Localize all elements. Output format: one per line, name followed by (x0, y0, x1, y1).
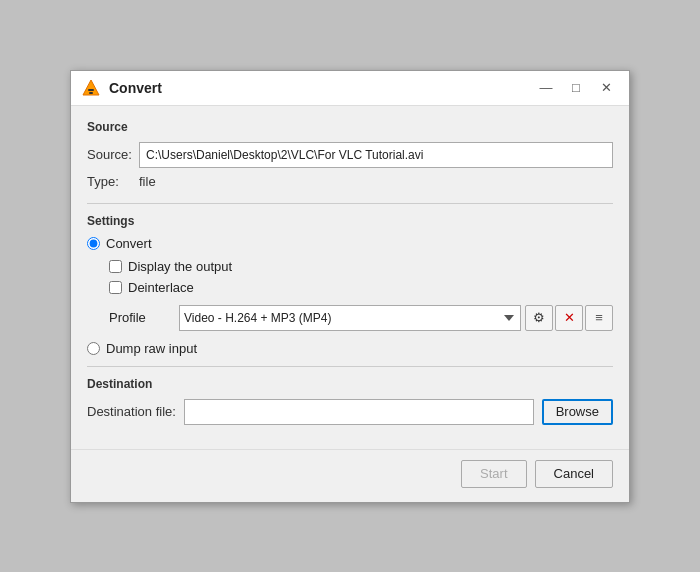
main-content: Source Source: Type: file Settings Conve… (71, 106, 629, 439)
convert-radio[interactable] (87, 237, 100, 250)
start-button[interactable]: Start (461, 460, 526, 488)
close-button[interactable]: ✕ (593, 77, 619, 99)
destination-row: Destination file: Browse (87, 399, 613, 425)
footer: Start Cancel (71, 449, 629, 502)
dump-radio-label[interactable]: Dump raw input (106, 341, 197, 356)
convert-window: Convert — □ ✕ Source Source: Type: file … (70, 70, 630, 503)
destination-input[interactable] (184, 399, 534, 425)
dump-radio[interactable] (87, 342, 100, 355)
svg-rect-1 (88, 89, 94, 91)
source-section-label: Source (87, 120, 613, 134)
deinterlace-row: Deinterlace (109, 280, 613, 295)
type-label: Type: (87, 174, 139, 189)
profile-delete-button[interactable]: ✕ (555, 305, 583, 331)
settings-divider (87, 366, 613, 367)
svg-rect-2 (89, 92, 93, 94)
convert-radio-row: Convert (87, 236, 613, 251)
destination-section: Destination Destination file: Browse (87, 377, 613, 425)
display-output-label[interactable]: Display the output (128, 259, 232, 274)
profile-label: Profile (109, 310, 179, 325)
display-output-checkbox[interactable] (109, 260, 122, 273)
convert-radio-label[interactable]: Convert (106, 236, 152, 251)
window-controls: — □ ✕ (533, 77, 619, 99)
display-output-row: Display the output (109, 259, 613, 274)
deinterlace-checkbox[interactable] (109, 281, 122, 294)
deinterlace-label[interactable]: Deinterlace (128, 280, 194, 295)
browse-button[interactable]: Browse (542, 399, 613, 425)
profile-select[interactable]: Video - H.264 + MP3 (MP4) Video - H.265 … (179, 305, 521, 331)
window-title: Convert (109, 80, 533, 96)
source-divider (87, 203, 613, 204)
type-row: Type: file (87, 174, 613, 189)
profile-buttons: ⚙ ✕ ≡ (525, 305, 613, 331)
dump-radio-row: Dump raw input (87, 341, 613, 356)
source-field-label: Source: (87, 147, 139, 162)
source-row: Source: (87, 142, 613, 168)
destination-section-label: Destination (87, 377, 613, 391)
profile-row: Profile Video - H.264 + MP3 (MP4) Video … (87, 305, 613, 331)
cancel-button[interactable]: Cancel (535, 460, 613, 488)
settings-label: Settings (87, 214, 613, 228)
profile-settings-button[interactable]: ⚙ (525, 305, 553, 331)
minimize-button[interactable]: — (533, 77, 559, 99)
delete-icon: ✕ (564, 310, 575, 325)
wrench-icon: ⚙ (533, 310, 545, 325)
settings-section: Settings Convert Display the output Dein… (87, 214, 613, 356)
type-value: file (139, 174, 156, 189)
dest-file-label: Destination file: (87, 404, 176, 419)
profile-edit-button[interactable]: ≡ (585, 305, 613, 331)
maximize-button[interactable]: □ (563, 77, 589, 99)
source-input[interactable] (139, 142, 613, 168)
edit-icon: ≡ (595, 310, 603, 325)
title-bar: Convert — □ ✕ (71, 71, 629, 106)
vlc-icon (81, 78, 101, 98)
source-section: Source Source: Type: file (87, 120, 613, 189)
